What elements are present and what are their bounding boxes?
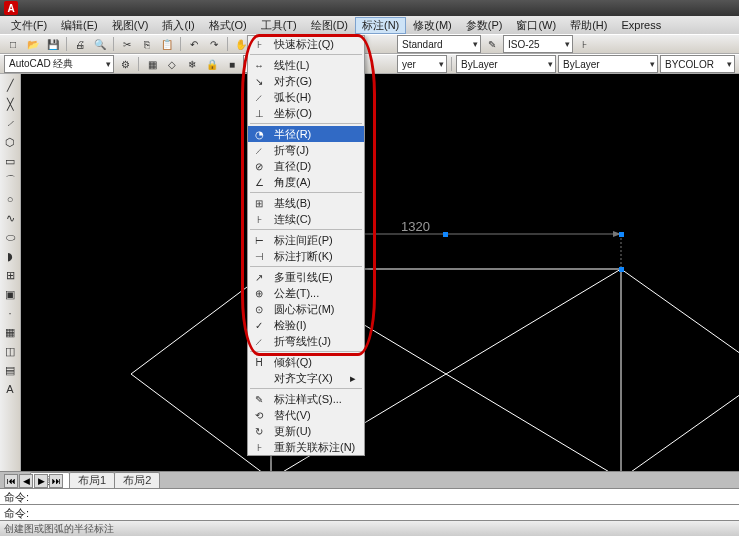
menu-item[interactable]: 对齐文字(X)▸	[248, 370, 364, 386]
color-icon[interactable]: ■	[223, 55, 241, 73]
drawing-canvas[interactable]: 1320 Y	[21, 74, 739, 471]
style-combo[interactable]: Standard	[397, 35, 481, 53]
menu-item[interactable]: ⊞基线(B)	[248, 195, 364, 211]
menu-item-label: 检验(I)	[274, 318, 306, 333]
polygon-icon[interactable]: ⬡	[1, 133, 19, 151]
line-icon[interactable]: ╱	[1, 76, 19, 94]
menu-item[interactable]: 修改(M)	[406, 17, 459, 34]
gear-icon[interactable]: ⚙	[116, 55, 134, 73]
menu-item[interactable]: ✓检验(I)	[248, 317, 364, 333]
plotstyle-combo[interactable]: BYCOLOR	[660, 55, 735, 73]
menu-item[interactable]: 参数(P)	[459, 17, 510, 34]
menu-item[interactable]: 视图(V)	[105, 17, 156, 34]
menu-item[interactable]: 格式(O)	[202, 17, 254, 34]
menu-item[interactable]: ⊕公差(T)...	[248, 285, 364, 301]
preview-icon[interactable]: 🔍	[91, 35, 109, 53]
text-icon[interactable]: A	[1, 380, 19, 398]
menu-item[interactable]: 绘图(D)	[304, 17, 355, 34]
insert-icon[interactable]: ⊞	[1, 266, 19, 284]
menu-item[interactable]: ⟋折弯线性(J)	[248, 333, 364, 349]
menu-item[interactable]: ⊙圆心标记(M)	[248, 301, 364, 317]
tab-next-icon[interactable]: ▶	[34, 474, 48, 488]
xline-icon[interactable]: ╳	[1, 95, 19, 113]
menu-item[interactable]: ↔线性(L)	[248, 57, 364, 73]
menu-item[interactable]: H倾斜(Q)	[248, 354, 364, 370]
lock-icon[interactable]: 🔒	[203, 55, 221, 73]
menu-item[interactable]: 工具(T)	[254, 17, 304, 34]
undo-icon[interactable]: ↶	[185, 35, 203, 53]
tab-prev-icon[interactable]: ◀	[19, 474, 33, 488]
menu-item[interactable]: ⊢标注间距(P)	[248, 232, 364, 248]
new-icon[interactable]: □	[4, 35, 22, 53]
menu-item[interactable]: ⊦快速标注(Q)	[248, 36, 364, 52]
menu-item[interactable]: ✎标注样式(S)...	[248, 391, 364, 407]
lineweight-combo[interactable]: ByLayer	[558, 55, 658, 73]
style-icon[interactable]: ✎	[483, 35, 501, 53]
freeze-icon[interactable]: ❄	[183, 55, 201, 73]
layout-tabs[interactable]: ⏮ ◀ ▶ ⏭ 模型 布局1 布局2	[0, 471, 739, 488]
workspace-combo[interactable]: AutoCAD 经典	[4, 55, 114, 73]
menu-item[interactable]: 插入(I)	[155, 17, 201, 34]
pline-icon[interactable]: ⟋	[1, 114, 19, 132]
grip[interactable]	[619, 267, 624, 272]
menu-item-icon: ✓	[250, 318, 268, 332]
menubar[interactable]: 文件(F)编辑(E)视图(V)插入(I)格式(O)工具(T)绘图(D)标注(N)…	[0, 16, 739, 34]
cut-icon[interactable]: ✂	[118, 35, 136, 53]
menu-item[interactable]: 窗口(W)	[509, 17, 563, 34]
menu-item[interactable]: ◔半径(R)	[248, 126, 364, 142]
menu-item[interactable]: ⟲替代(V)	[248, 407, 364, 423]
linetype-combo[interactable]: ByLayer	[456, 55, 556, 73]
tab-first-icon[interactable]: ⏮	[4, 474, 18, 488]
circle-icon[interactable]: ○	[1, 190, 19, 208]
menu-item[interactable]: ⊘直径(D)	[248, 158, 364, 174]
earc-icon[interactable]: ◗	[1, 247, 19, 265]
menu-item[interactable]: ⊦连续(C)	[248, 211, 364, 227]
spline-icon[interactable]: ∿	[1, 209, 19, 227]
table-icon[interactable]: ▤	[1, 361, 19, 379]
layer-state-icon[interactable]: ▦	[143, 55, 161, 73]
dimension-menu-dropdown[interactable]: ⊦快速标注(Q)↔线性(L)↘对齐(G)⟋弧长(H)⊥坐标(O)◔半径(R)⟋折…	[247, 35, 365, 456]
redo-icon[interactable]: ↷	[205, 35, 223, 53]
grip[interactable]	[443, 232, 448, 237]
tab-nav[interactable]: ⏮ ◀ ▶ ⏭	[4, 474, 63, 488]
ellipse-icon[interactable]: ⬭	[1, 228, 19, 246]
menu-item[interactable]: ⊣标注打断(K)	[248, 248, 364, 264]
menu-item[interactable]: ↻更新(U)	[248, 423, 364, 439]
menu-item[interactable]: 编辑(E)	[54, 17, 105, 34]
save-icon[interactable]: 💾	[44, 35, 62, 53]
menu-item[interactable]: Express	[614, 18, 668, 32]
dimstyle-combo[interactable]: ISO-25	[503, 35, 573, 53]
point-icon[interactable]: ·	[1, 304, 19, 322]
menu-item-label: 坐标(O)	[274, 106, 312, 121]
menu-item[interactable]: ⟋折弯(J)	[248, 142, 364, 158]
hatch-icon[interactable]: ▦	[1, 323, 19, 341]
copy-icon[interactable]: ⎘	[138, 35, 156, 53]
plot-icon[interactable]: 🖨	[71, 35, 89, 53]
color-combo[interactable]: yer	[397, 55, 447, 73]
open-icon[interactable]: 📂	[24, 35, 42, 53]
tab-last-icon[interactable]: ⏭	[49, 474, 63, 488]
arc-icon[interactable]: ⌒	[1, 171, 19, 189]
menu-item[interactable]: ⊦重新关联标注(N)	[248, 439, 364, 455]
paste-icon[interactable]: 📋	[158, 35, 176, 53]
menu-item[interactable]: 帮助(H)	[563, 17, 614, 34]
menu-item[interactable]: ⟋弧长(H)	[248, 89, 364, 105]
iso-icon[interactable]: ◇	[163, 55, 181, 73]
dimension-text: 1320	[401, 219, 430, 234]
command-line-2[interactable]: 命令:	[0, 504, 739, 520]
dim-icon[interactable]: ⊦	[575, 35, 593, 53]
menu-item[interactable]: ∠角度(A)	[248, 174, 364, 190]
menu-item[interactable]: ↘对齐(G)	[248, 73, 364, 89]
menu-item[interactable]: 标注(N)	[355, 17, 406, 34]
tab-layout1[interactable]: 布局1	[69, 472, 115, 488]
block-icon[interactable]: ▣	[1, 285, 19, 303]
menu-item-icon: ⊣	[250, 249, 268, 263]
menu-item[interactable]: ⊥坐标(O)	[248, 105, 364, 121]
rect-icon[interactable]: ▭	[1, 152, 19, 170]
menu-item[interactable]: 文件(F)	[4, 17, 54, 34]
grip[interactable]	[619, 232, 624, 237]
menu-item[interactable]: ↗多重引线(E)	[248, 269, 364, 285]
tab-layout2[interactable]: 布局2	[114, 472, 160, 488]
region-icon[interactable]: ◫	[1, 342, 19, 360]
command-line[interactable]: 命令:	[0, 488, 739, 504]
